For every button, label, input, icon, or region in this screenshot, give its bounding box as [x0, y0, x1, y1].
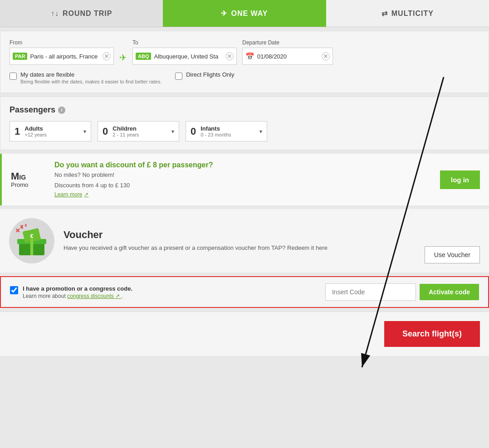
voucher-icon: €: [9, 218, 54, 263]
from-input[interactable]: PAR Paris - all airports, France ✕: [10, 48, 114, 65]
promo-code-text: I have a promotion or a congress code. L…: [23, 285, 132, 299]
passengers-title: Passengers i: [10, 105, 479, 115]
departure-label: Departure Date: [242, 39, 333, 46]
promo-code-sublabel: Learn more about congress discounts ↗ .: [23, 293, 132, 299]
promo-desc-line1: No miles? No problem!: [54, 170, 433, 180]
voucher-section: € Voucher Have you received a gift vouch…: [0, 209, 489, 273]
multicity-icon: ⇄: [381, 9, 388, 18]
direct-flights-checkbox[interactable]: [175, 73, 182, 80]
from-label: From: [10, 39, 114, 46]
external-link-icon: ↗: [84, 191, 88, 198]
flexible-dates-checkbox[interactable]: [10, 73, 17, 80]
svg-text:€: €: [30, 233, 33, 239]
from-clear-button[interactable]: ✕: [103, 52, 111, 60]
external-link-icon-2: ↗: [115, 293, 120, 299]
learn-more-link[interactable]: Learn more ↗: [54, 191, 88, 198]
flexible-dates-label: My dates are flexible: [20, 71, 161, 78]
bottom-bar: Search flight(s): [0, 312, 489, 356]
promo-code-checkbox[interactable]: [10, 286, 18, 294]
from-value: Paris - all airports, France: [30, 53, 100, 60]
adults-select[interactable]: 1 Adults +12 years ▾: [10, 121, 91, 141]
swap-airports-icon[interactable]: ✈: [119, 52, 127, 63]
search-card: From PAR Paris - all airports, France ✕ …: [0, 31, 489, 93]
children-count: 0: [103, 126, 108, 137]
passenger-selects: 1 Adults +12 years ▾ 0 Children 2 - 11 y…: [10, 121, 479, 141]
use-voucher-button[interactable]: Use Voucher: [425, 246, 480, 263]
infants-type: Infants 0 - 23 months: [200, 125, 259, 137]
to-value: Albuquerque, United Sta: [154, 53, 223, 60]
search-flights-button[interactable]: Search flight(s): [384, 321, 480, 347]
promo-banner: MIG Promo Do you want a discount of £ 8 …: [0, 154, 489, 205]
promo-code-label: I have a promotion or a congress code.: [23, 285, 132, 292]
flexible-dates-group: My dates are flexible Being flexible wit…: [10, 71, 161, 84]
passengers-info-icon[interactable]: i: [58, 107, 65, 114]
passengers-card: Passengers i 1 Adults +12 years ▾ 0 Chil…: [0, 97, 489, 150]
round-trip-icon: ↑↓: [51, 10, 59, 18]
search-row: From PAR Paris - all airports, France ✕ …: [10, 39, 479, 65]
departure-clear-button[interactable]: ✕: [322, 52, 330, 60]
activate-code-button[interactable]: Activate code: [420, 284, 479, 300]
tab-one-way[interactable]: ✈ ONE WAY: [163, 0, 326, 27]
adults-type: Adults +12 years: [24, 125, 83, 137]
to-airport-tag: ABQ: [136, 53, 151, 60]
to-label: To: [132, 39, 237, 46]
departure-field-group: Departure Date 📅 01/08/2020 ✕: [242, 39, 333, 65]
tab-round-trip[interactable]: ↑↓ ROUND TRIP: [0, 0, 163, 27]
tab-multicity[interactable]: ⇄ MULTICITY: [326, 0, 489, 27]
departure-date-value: 01/08/2020: [257, 53, 319, 60]
voucher-title: Voucher: [64, 229, 416, 241]
voucher-svg: €: [14, 223, 50, 259]
from-airport-tag: PAR: [13, 53, 27, 60]
from-field-group: From PAR Paris - all airports, France ✕: [10, 39, 114, 65]
promo-text: Do you want a discount of £ 8 per passen…: [54, 161, 433, 198]
promotion-code-section: I have a promotion or a congress code. L…: [0, 276, 489, 308]
search-options-row: My dates are flexible Being flexible wit…: [10, 71, 479, 84]
flexible-dates-sublabel: Being flexible with the dates, makes it …: [20, 79, 161, 84]
to-clear-button[interactable]: ✕: [225, 52, 234, 60]
one-way-icon: ✈: [221, 9, 227, 18]
infants-select[interactable]: 0 Infants 0 - 23 months ▾: [186, 121, 267, 141]
direct-flights-label: Direct Flights Only: [186, 71, 234, 78]
children-type: Children 2 - 11 years: [112, 125, 171, 137]
children-chevron-icon: ▾: [171, 128, 174, 135]
congress-discounts-link[interactable]: congress discounts ↗: [67, 293, 121, 299]
mig-promo-logo: MIG Promo: [11, 171, 47, 188]
promo-code-left: I have a promotion or a congress code. L…: [10, 285, 320, 299]
to-input[interactable]: ABQ Albuquerque, United Sta ✕: [132, 48, 237, 65]
adults-chevron-icon: ▾: [83, 128, 86, 135]
promo-title: Do you want a discount of £ 8 per passen…: [54, 161, 433, 169]
flight-type-tabs: ↑↓ ROUND TRIP ✈ ONE WAY ⇄ MULTICITY: [0, 0, 489, 27]
promo-desc-line2: Discounts from 4 up to £ 130: [54, 181, 433, 190]
calendar-icon: 📅: [245, 52, 254, 61]
promo-code-right: Activate code: [325, 283, 479, 301]
departure-date-input[interactable]: 📅 01/08/2020 ✕: [242, 48, 333, 65]
adults-count: 1: [15, 126, 20, 137]
insert-code-input[interactable]: [325, 283, 416, 301]
svg-rect-11: [30, 239, 33, 255]
voucher-text: Voucher Have you received a gift voucher…: [64, 229, 416, 253]
login-button[interactable]: log in: [440, 170, 480, 189]
to-field-group: To ABQ Albuquerque, United Sta ✕: [132, 39, 237, 65]
infants-chevron-icon: ▾: [259, 128, 262, 135]
infants-count: 0: [191, 126, 196, 137]
children-select[interactable]: 0 Children 2 - 11 years ▾: [98, 121, 179, 141]
voucher-desc: Have you received a gift voucher as a pr…: [64, 243, 416, 253]
direct-flights-group: Direct Flights Only: [175, 71, 234, 80]
